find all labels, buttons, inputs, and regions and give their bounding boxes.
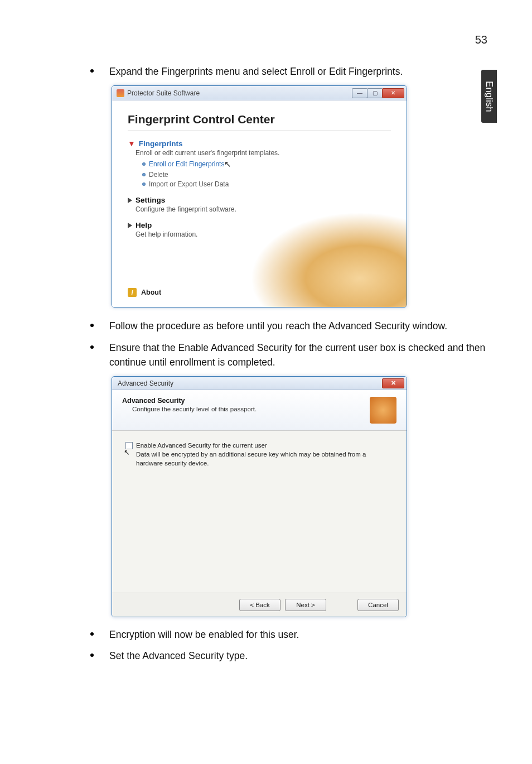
document-content: Expand the Fingerprints menu and select … [78,64,491,670]
maximize-button[interactable]: ▢ [367,88,383,98]
about-text: About [141,289,161,296]
link-text: Import or Export User Data [149,180,229,188]
delete-link[interactable]: Delete [142,171,391,179]
section-desc: Enroll or edit current user's fingerprin… [136,149,391,157]
wizard-footer: < Back Next > Cancel [112,593,407,617]
section-header: Settings [128,196,391,204]
bullet-item: Ensure that the Enable Advanced Security… [90,340,491,370]
dot-icon [142,182,146,186]
dot-icon [142,173,146,176]
link-text: Delete [149,171,168,179]
bullet-item: Encryption will now be enabled for this … [90,627,491,642]
window-buttons: — ▢ ✕ [352,88,404,98]
bullet-icon [90,654,94,657]
header-text: Advanced Security Configure the security… [122,397,370,424]
cancel-button[interactable]: Cancel [357,599,399,611]
header-desc: Configure the security level of this pas… [132,406,370,412]
checkbox-label: Enable Advanced Security for the current… [136,442,267,449]
bullet-text: Ensure that the Enable Advanced Security… [109,340,491,370]
sub-list: Enroll or Edit Fingerprints ↖ Delete Imp… [142,159,391,188]
bullet-icon [90,345,94,349]
bullet-text: Follow the procedure as before until you… [109,319,447,333]
titlebar: Advanced Security ✕ [112,377,407,390]
bullet-text: Encryption will now be enabled for this … [109,627,299,642]
bullet-item: Set the Advanced Security type. [90,648,491,663]
wizard-body: ↖ Enable Advanced Security for the curre… [112,431,407,593]
close-button[interactable]: ✕ [382,88,404,98]
fingerprints-section: ▼ Fingerprints Enroll or edit current us… [128,139,391,188]
minimize-button[interactable]: — [352,88,367,98]
app-heading: Fingerprint Control Center [128,113,391,131]
bullet-icon [90,632,94,636]
wizard-header: Advanced Security Configure the security… [112,390,407,431]
next-button[interactable]: Next > [285,599,326,611]
section-label: Settings [136,196,165,204]
protector-suite-window: Protector Suite Software — ▢ ✕ Fingerpri… [112,85,407,307]
titlebar: Protector Suite Software — ▢ ✕ [112,86,407,100]
bullet-item: Expand the Fingerprints menu and select … [90,64,491,79]
section-label: Fingerprints [139,140,183,148]
enable-security-checkbox-row: ↖ Enable Advanced Security for the curre… [125,442,393,449]
page-number: 53 [475,33,487,46]
settings-section[interactable]: Settings Configure the fingerprint softw… [128,196,391,213]
advanced-security-window: Advanced Security ✕ Advanced Security Co… [112,376,407,617]
back-button[interactable]: < Back [239,599,280,611]
window-body: Fingerprint Control Center ▼ Fingerprint… [112,100,407,307]
header-title: Advanced Security [122,397,370,405]
info-icon: i [128,288,137,297]
cursor-icon: ↖ [224,159,231,169]
bullet-item: Follow the procedure as before until you… [90,319,491,333]
close-button[interactable]: ✕ [382,378,404,388]
v-icon: ▼ [128,139,136,148]
bullet-text: Expand the Fingerprints menu and select … [109,64,403,79]
arrow-icon [128,223,132,228]
dot-icon [142,162,146,166]
arrow-icon [128,198,132,203]
window-title: Protector Suite Software [127,89,200,97]
body-desc: Data will be encrypted by an additional … [136,450,393,468]
enable-security-checkbox[interactable]: ↖ [125,442,133,449]
about-link[interactable]: i About [128,288,161,297]
header-image [370,397,396,424]
section-header[interactable]: ▼ Fingerprints [128,139,391,148]
app-icon [117,89,124,97]
enroll-link[interactable]: Enroll or Edit Fingerprints ↖ [142,159,391,169]
link-text: Enroll or Edit Fingerprints [149,160,224,168]
window-title: Advanced Security [118,379,173,387]
section-label: Help [136,221,152,229]
fingerprint-graphic [250,212,407,307]
bullet-icon [90,69,94,73]
import-link[interactable]: Import or Export User Data [142,180,391,188]
bullet-text: Set the Advanced Security type. [109,648,248,663]
cursor-icon: ↖ [124,448,130,457]
bullet-icon [90,324,94,327]
